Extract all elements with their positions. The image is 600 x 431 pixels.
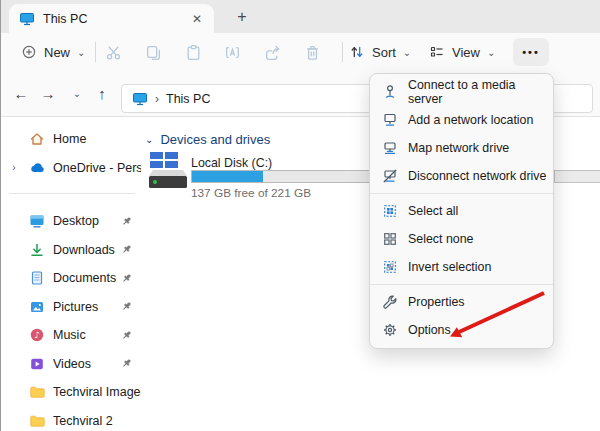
collapse-chevron-icon[interactable]: ⌄	[145, 134, 153, 145]
chevron-down-icon: ⌄	[77, 47, 85, 58]
this-pc-icon	[19, 11, 35, 27]
menu-item-properties[interactable]: Properties	[370, 288, 553, 316]
documents-icon	[29, 270, 45, 286]
select-none-icon	[382, 231, 398, 247]
see-more-button[interactable]: •••	[513, 38, 549, 66]
sidebar-separator	[9, 193, 135, 194]
menu-item-invert-selection[interactable]: Invert selection	[370, 253, 553, 281]
folder-icon	[29, 413, 45, 429]
sidebar-item-desktop[interactable]: Desktop	[1, 207, 141, 236]
rename-icon	[224, 44, 241, 61]
svg-text:♪: ♪	[34, 330, 40, 340]
recent-locations-button[interactable]: ⌄	[68, 70, 86, 117]
sort-button[interactable]: Sort ⌄	[349, 38, 411, 66]
sidebar-item-documents[interactable]: Documents	[1, 264, 141, 293]
menu-item-map-network-drive[interactable]: Map network drive	[370, 134, 553, 162]
downloads-icon	[29, 242, 45, 258]
copy-button[interactable]	[139, 38, 167, 66]
copy-icon	[145, 44, 162, 61]
section-devices-and-drives[interactable]: ⌄ Devices and drives	[145, 132, 270, 147]
forward-button[interactable]: →	[39, 70, 57, 117]
menu-item-select-none[interactable]: Select none	[370, 225, 553, 253]
new-tab-button[interactable]: +	[229, 5, 255, 29]
breadcrumb-location[interactable]: This PC	[166, 92, 210, 106]
paste-icon	[185, 44, 202, 61]
map-drive-icon	[382, 140, 398, 156]
plus-circle-icon	[21, 44, 37, 60]
sidebar-item-downloads[interactable]: Downloads	[1, 236, 141, 265]
sidebar-item-techviral-2[interactable]: Techviral 2	[1, 407, 141, 431]
disk-usage-text: 137 GB free of 221 GB	[191, 186, 311, 200]
delete-icon	[304, 44, 321, 61]
sidebar-item-videos[interactable]: Videos	[1, 350, 141, 379]
second-drive-usage-bar-partial	[554, 170, 600, 183]
onedrive-icon	[29, 160, 45, 176]
navigation-pane: Home › OneDrive - Persona Desktop	[1, 117, 141, 431]
videos-icon	[29, 356, 45, 372]
chevron-down-icon: ⌄	[403, 47, 411, 58]
disk-usage-bar	[191, 170, 370, 183]
pictures-icon	[29, 299, 45, 315]
pin-icon	[120, 300, 133, 313]
view-button[interactable]: View ⌄	[429, 38, 495, 66]
expand-chevron-icon[interactable]: ›	[7, 162, 21, 173]
back-button[interactable]: ←	[12, 70, 30, 117]
this-pc-icon	[132, 91, 148, 107]
chevron-down-icon: ⌄	[487, 47, 495, 58]
properties-icon	[382, 294, 398, 310]
paste-button[interactable]	[179, 38, 207, 66]
menu-item-disconnect-network-drive[interactable]: Disconnect network drive	[370, 162, 553, 190]
tab-title: This PC	[43, 12, 180, 26]
pin-icon	[120, 272, 133, 285]
disconnect-drive-icon	[382, 168, 398, 184]
pin-icon	[120, 243, 133, 256]
cut-button[interactable]	[99, 38, 127, 66]
desktop-icon	[29, 213, 45, 229]
menu-separator	[370, 193, 553, 194]
menu-item-options[interactable]: Options	[370, 316, 553, 344]
share-button[interactable]	[258, 38, 286, 66]
new-button-label: New	[44, 45, 70, 60]
menu-item-add-network-location[interactable]: Add a network location	[370, 106, 553, 134]
options-icon	[382, 322, 398, 338]
network-location-icon	[382, 112, 398, 128]
file-explorer-window: This PC ✕ + New ⌄ Sort ⌄	[0, 0, 600, 431]
sidebar-item-pictures[interactable]: Pictures	[1, 293, 141, 322]
home-icon	[29, 131, 45, 147]
select-all-icon	[382, 203, 398, 219]
tab-bar: This PC ✕ +	[1, 0, 600, 33]
folder-icon	[29, 384, 45, 400]
delete-button[interactable]	[298, 38, 326, 66]
breadcrumb-separator: ›	[155, 92, 159, 106]
invert-selection-icon	[382, 259, 398, 275]
cut-icon	[105, 44, 122, 61]
sidebar-item-home[interactable]: Home	[1, 125, 141, 154]
sort-icon	[349, 44, 365, 60]
pin-icon	[120, 357, 133, 370]
toolbar-separator	[95, 42, 96, 62]
new-button[interactable]: New ⌄	[17, 38, 89, 66]
sidebar-item-techviral-images[interactable]: Techviral Images	[1, 378, 141, 407]
media-server-icon	[382, 84, 398, 100]
view-button-label: View	[452, 45, 480, 60]
pin-icon	[120, 329, 133, 342]
menu-item-connect-media-server[interactable]: Connect to a media server	[370, 78, 553, 106]
share-icon	[264, 44, 281, 61]
section-header-label: Devices and drives	[160, 132, 270, 147]
local-disk-icon	[148, 151, 188, 193]
up-button[interactable]: ↑	[93, 70, 111, 117]
drive-name[interactable]: Local Disk (C:)	[191, 156, 272, 170]
pin-icon	[120, 215, 133, 228]
sidebar-item-onedrive[interactable]: › OneDrive - Persona	[1, 154, 141, 183]
rename-button[interactable]	[218, 38, 246, 66]
view-icon	[429, 44, 445, 60]
sidebar-item-music[interactable]: ♪ Music	[1, 321, 141, 350]
tab-close-icon[interactable]: ✕	[188, 10, 206, 28]
menu-separator	[370, 284, 553, 285]
menu-item-select-all[interactable]: Select all	[370, 197, 553, 225]
sort-button-label: Sort	[372, 45, 396, 60]
tab-this-pc[interactable]: This PC ✕	[9, 4, 214, 33]
disk-usage-fill	[192, 171, 263, 182]
toolbar-separator	[342, 42, 343, 62]
music-icon: ♪	[29, 327, 45, 343]
